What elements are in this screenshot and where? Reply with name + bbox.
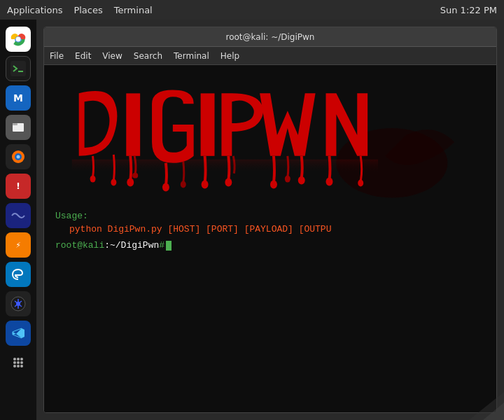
sidebar-icon-burpsuite[interactable]: ⚡: [6, 232, 31, 258]
terminal-titlebar: root@kali: ~/DigiPwn: [44, 27, 496, 47]
svg-rect-43: [72, 160, 378, 174]
svg-point-44: [111, 179, 116, 186]
term-menu-help[interactable]: Help: [220, 51, 239, 61]
terminal-title: root@kali: ~/DigiPwn: [226, 32, 315, 42]
term-menu-search[interactable]: Search: [134, 51, 162, 61]
svg-text:M: M: [13, 92, 23, 104]
svg-rect-8: [13, 123, 18, 125]
svg-point-38: [202, 181, 209, 189]
svg-point-35: [132, 173, 138, 178]
svg-rect-2: [10, 61, 26, 76]
svg-point-23: [20, 358, 23, 360]
svg-point-40: [270, 181, 277, 189]
svg-point-29: [20, 365, 23, 368]
sidebar: M !: [0, 20, 36, 420]
svg-rect-37: [201, 93, 215, 155]
desktop-content: root@kali: ~/DigiPwn File Edit View Sear…: [36, 20, 504, 420]
svg-point-26: [20, 361, 23, 364]
svg-point-39: [225, 178, 232, 187]
system-topbar: Applications Places Terminal Sun 1:22 PM: [0, 0, 504, 20]
prompt-user: root@kali: [55, 240, 104, 251]
sidebar-icon-vscode[interactable]: [6, 321, 31, 346]
svg-text:⚡: ⚡: [15, 241, 21, 250]
svg-point-46: [285, 176, 290, 183]
topbar-places[interactable]: Places: [74, 5, 102, 15]
terminal-menubar: File Edit View Search Terminal Help: [44, 47, 496, 65]
term-menu-view[interactable]: View: [102, 51, 122, 61]
svg-point-34: [127, 178, 134, 187]
term-menu-edit[interactable]: Edit: [75, 51, 91, 61]
svg-point-19: [16, 302, 20, 306]
svg-point-21: [13, 358, 16, 360]
terminal-output: Usage: python DigiPwn.py [HOST] [PORT] […: [44, 205, 496, 412]
terminal-cursor: [166, 241, 172, 251]
terminal-prompt: root@kali :~/DigiPwn #: [55, 240, 485, 251]
desktop: M !: [0, 20, 504, 420]
sidebar-icon-kali[interactable]: [6, 291, 31, 316]
svg-point-24: [13, 361, 16, 364]
sidebar-icon-files[interactable]: [6, 115, 31, 140]
sidebar-icon-wavespeed[interactable]: [6, 203, 31, 228]
svg-point-22: [17, 358, 20, 360]
digipwn-banner: [44, 65, 496, 205]
topbar-terminal[interactable]: Terminal: [114, 5, 153, 15]
svg-point-11: [17, 155, 20, 159]
svg-point-27: [13, 365, 16, 368]
sidebar-icon-firefox[interactable]: [6, 144, 31, 169]
usage-command: python DigiPwn.py [HOST] [PORT] [PAYLOAD…: [55, 224, 485, 234]
term-menu-file[interactable]: File: [50, 51, 64, 61]
usage-label: Usage:: [55, 211, 485, 221]
svg-rect-33: [126, 93, 140, 155]
svg-point-28: [17, 365, 20, 368]
svg-text:!: !: [16, 181, 20, 191]
sidebar-icon-report[interactable]: !: [6, 174, 31, 199]
terminal-body: Usage: python DigiPwn.py [HOST] [PORT] […: [44, 65, 496, 412]
term-menu-terminal[interactable]: Terminal: [174, 51, 209, 61]
svg-point-32: [90, 176, 96, 183]
svg-point-47: [358, 180, 363, 187]
topbar-left: Applications Places Terminal: [7, 5, 153, 15]
prompt-hash: #: [159, 240, 164, 251]
sidebar-icon-email[interactable]: M: [6, 85, 31, 111]
svg-point-36: [162, 183, 169, 192]
svg-point-42: [326, 178, 333, 186]
topbar-applications[interactable]: Applications: [7, 5, 62, 15]
svg-point-25: [17, 361, 20, 364]
prompt-path: :~/DigiPwn: [104, 240, 159, 251]
terminal-window: root@kali: ~/DigiPwn File Edit View Sear…: [43, 27, 497, 413]
corner-decoration: [448, 378, 504, 420]
svg-point-41: [298, 176, 305, 185]
svg-point-45: [181, 181, 186, 188]
system-clock: Sun 1:22 PM: [440, 5, 497, 15]
sidebar-icon-edge[interactable]: [6, 262, 31, 287]
sidebar-icon-apps[interactable]: [6, 350, 31, 375]
sidebar-icon-chrome[interactable]: [6, 27, 31, 52]
sidebar-icon-terminal[interactable]: [6, 56, 31, 81]
svg-point-1: [16, 37, 21, 42]
